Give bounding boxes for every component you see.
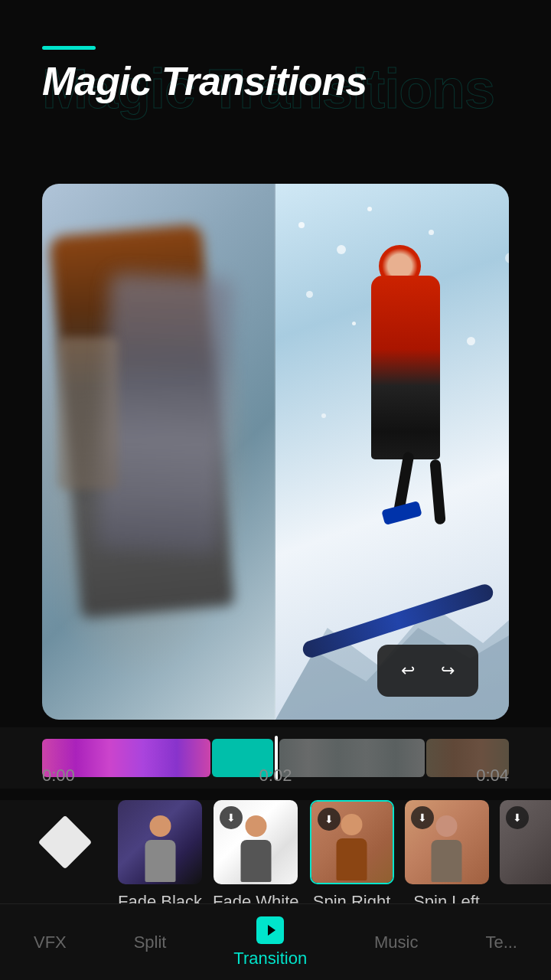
nav-vfx-label: VFX [34, 933, 67, 952]
spin-right-download[interactable]: ⬇ [318, 808, 341, 831]
nav-split[interactable]: Split [134, 933, 167, 952]
nav-transition[interactable]: Transition [233, 916, 307, 969]
timestamp-0: 0:00 [42, 766, 75, 786]
fade-white-thumbnail: ⬇ [214, 800, 298, 884]
timeline-timestamps: 0:00 0:02 0:04 [42, 766, 509, 786]
nav-text-label: Te... [485, 933, 517, 952]
video-controls: ↩ ↪ [377, 645, 478, 697]
next-download[interactable]: ⬇ [506, 806, 529, 829]
spin-left-download[interactable]: ⬇ [411, 806, 434, 829]
bottom-nav: VFX Split Transition Music Te... [0, 903, 551, 980]
redo-button[interactable]: ↪ [431, 654, 465, 688]
spin-right-thumbnail: ⬇ [310, 800, 394, 884]
timestamp-2: 0:04 [476, 766, 509, 786]
effect-none[interactable] [23, 800, 107, 892]
accent-bar [42, 46, 96, 50]
effect-spin-right[interactable]: ⬇ Spin Right [310, 800, 394, 912]
nav-transition-label: Transition [233, 949, 307, 969]
effect-fade-black[interactable]: Fade Black [118, 800, 202, 912]
fade-black-thumbnail [118, 800, 202, 884]
next-thumbnail: ⬇ [500, 800, 551, 884]
effect-next[interactable]: ⬇ [500, 800, 551, 892]
nav-music[interactable]: Music [374, 933, 418, 952]
page-title: Magic Transitions [42, 59, 551, 105]
video-right-panel [276, 184, 509, 720]
spin-left-thumbnail: ⬇ [405, 800, 489, 884]
video-preview: ↩ ↪ [42, 184, 509, 720]
video-left-panel [42, 184, 276, 720]
nav-vfx[interactable]: VFX [34, 933, 67, 952]
effect-spin-left[interactable]: ⬇ Spin Left [405, 800, 489, 912]
effect-fade-white[interactable]: ⬇ Fade White [213, 800, 299, 912]
effect-none-icon [23, 800, 107, 884]
diamond-shape [38, 815, 93, 870]
header: Magic Transitions Magic Transitions [42, 46, 551, 105]
title-container: Magic Transitions Magic Transitions [42, 59, 551, 105]
nav-split-label: Split [134, 933, 167, 952]
nav-music-label: Music [374, 933, 418, 952]
transition-icon [256, 916, 284, 944]
timestamp-1: 0:02 [259, 766, 292, 786]
undo-button[interactable]: ↩ [391, 654, 425, 688]
nav-text[interactable]: Te... [485, 933, 517, 952]
snowboarder-figure [325, 230, 494, 582]
